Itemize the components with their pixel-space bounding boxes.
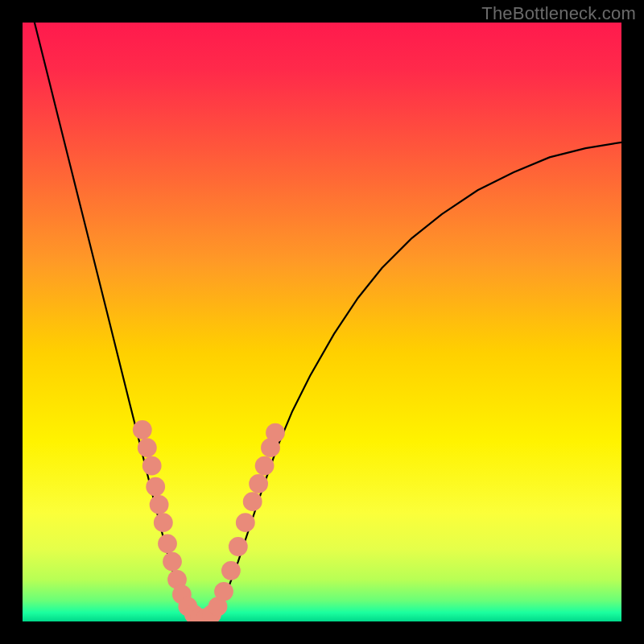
highlight-dot	[142, 456, 162, 476]
highlight-dot	[133, 420, 152, 440]
highlight-dot	[154, 513, 173, 532]
highlight-dot	[221, 561, 241, 580]
chart-canvas: TheBottleneck.com	[0, 0, 644, 644]
highlight-dot	[146, 477, 165, 497]
highlight-dots	[133, 420, 285, 621]
highlight-dot	[150, 495, 169, 514]
highlight-dot	[158, 534, 177, 553]
highlight-dot	[236, 513, 255, 532]
highlight-dot	[229, 537, 248, 556]
bottleneck-curve	[35, 23, 621, 621]
highlight-dot	[163, 552, 182, 572]
highlight-dot	[255, 456, 275, 476]
highlight-dot	[243, 492, 262, 511]
curve-layer	[23, 23, 621, 621]
attribution-watermark: TheBottleneck.com	[481, 3, 636, 24]
highlight-dot	[138, 438, 157, 457]
highlight-dot	[266, 423, 285, 443]
highlight-dot	[249, 474, 268, 493]
highlight-dot	[214, 582, 233, 601]
plot-area	[23, 23, 621, 621]
